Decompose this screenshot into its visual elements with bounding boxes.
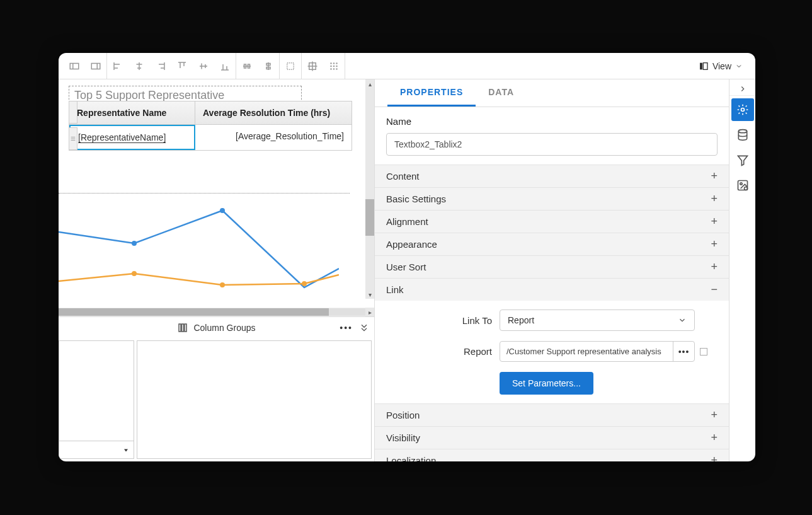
- svg-rect-53: [185, 324, 186, 332]
- chevron-down-icon: [678, 316, 687, 325]
- header-row-handle[interactable]: [69, 101, 77, 124]
- data-rail-button[interactable]: [731, 124, 754, 146]
- scroll-right-arrow[interactable]: ▸: [365, 308, 374, 316]
- more-icon[interactable]: •••: [340, 323, 353, 333]
- merge-cells-button[interactable]: [64, 55, 85, 77]
- section-localization[interactable]: Localization+: [375, 449, 729, 461]
- split-cells-button[interactable]: [85, 55, 106, 77]
- section-content[interactable]: Content+: [375, 165, 729, 187]
- caret-down-icon: [122, 446, 130, 454]
- toolbar: View: [59, 53, 755, 79]
- plus-icon: +: [711, 170, 718, 183]
- col-header-avgtime[interactable]: Average Resolution Time (hrs): [195, 101, 352, 124]
- svg-rect-28: [287, 62, 294, 69]
- scroll-down-arrow[interactable]: ▾: [365, 290, 374, 299]
- report-designer-window: View Top 5 Support Representative Repres…: [59, 53, 755, 461]
- properties-panel: PROPERTIES DATA Name Content+ Basic Sett…: [375, 79, 729, 461]
- svg-rect-2: [91, 63, 100, 69]
- groups-panels: [59, 338, 374, 461]
- view-dropdown[interactable]: View: [691, 53, 750, 79]
- distribute-h-button[interactable]: [236, 55, 258, 77]
- scroll-up-arrow[interactable]: ▴: [365, 79, 374, 88]
- svg-rect-43: [71, 137, 76, 137]
- linkto-select[interactable]: Report: [500, 310, 695, 331]
- vscroll-thumb[interactable]: [365, 199, 374, 236]
- align-right-button[interactable]: [150, 55, 171, 77]
- name-input[interactable]: [386, 133, 718, 156]
- chevron-down-icon: [735, 62, 743, 70]
- minus-icon: −: [711, 283, 718, 296]
- svg-rect-0: [70, 63, 79, 69]
- svg-point-48: [132, 271, 137, 276]
- group-dropdown[interactable]: [59, 441, 134, 458]
- align-middle-button[interactable]: [193, 55, 214, 77]
- svg-point-56: [738, 130, 746, 133]
- line-chart[interactable]: [59, 205, 339, 300]
- columns-icon: [177, 322, 188, 333]
- svg-point-49: [220, 282, 225, 287]
- section-position[interactable]: Position+: [375, 403, 729, 426]
- snap-grid-button[interactable]: [323, 55, 345, 77]
- svg-rect-45: [71, 140, 76, 141]
- align-center-button[interactable]: [129, 55, 150, 77]
- svg-rect-44: [71, 139, 76, 139]
- report-checkbox[interactable]: [700, 348, 707, 356]
- image-settings-icon: [736, 179, 749, 192]
- section-visibility[interactable]: Visibility+: [375, 426, 729, 449]
- design-surface: Top 5 Support Representative Representat…: [59, 79, 375, 461]
- plus-icon: +: [711, 431, 718, 444]
- svg-point-59: [740, 183, 741, 185]
- plus-icon: +: [711, 408, 718, 422]
- report-label: Report: [386, 346, 492, 357]
- svg-point-60: [744, 187, 747, 190]
- svg-point-50: [302, 281, 307, 286]
- size-to-grid-button[interactable]: [280, 55, 301, 77]
- section-alignment[interactable]: Alignment+: [375, 210, 729, 233]
- view-label: View: [712, 61, 731, 71]
- plus-icon: +: [711, 260, 718, 274]
- svg-rect-51: [179, 324, 181, 332]
- tablix[interactable]: Representative Name Average Resolution T…: [69, 101, 352, 151]
- svg-point-38: [331, 68, 332, 69]
- collapse-panel-button[interactable]: [729, 82, 755, 96]
- same-size-button[interactable]: [302, 55, 323, 77]
- svg-rect-41: [700, 62, 702, 69]
- database-icon: [736, 129, 749, 141]
- image-rail-button[interactable]: [731, 174, 754, 197]
- section-user-sort[interactable]: User Sort+: [375, 255, 729, 278]
- data-row-handle[interactable]: [69, 127, 77, 150]
- svg-point-47: [220, 208, 225, 213]
- side-rail: [729, 79, 755, 461]
- section-link[interactable]: Link−: [375, 278, 729, 301]
- align-left-button[interactable]: [107, 55, 129, 77]
- linkto-label: Link To: [386, 315, 492, 326]
- section-appearance[interactable]: Appearance+: [375, 233, 729, 255]
- tab-data[interactable]: DATA: [476, 79, 527, 107]
- section-basic-settings[interactable]: Basic Settings+: [375, 187, 729, 210]
- set-parameters-button[interactable]: Set Parameters...: [500, 372, 593, 395]
- svg-point-35: [331, 66, 332, 67]
- distribute-v-button[interactable]: [258, 55, 279, 77]
- plus-icon: +: [711, 215, 718, 228]
- chevron-right-icon: [738, 84, 747, 93]
- horizontal-scrollbar[interactable]: ▸: [59, 308, 374, 316]
- column-groups-panel[interactable]: [137, 340, 372, 459]
- report-path-input[interactable]: /Customer Support representative analysi…: [500, 341, 695, 362]
- align-top-button[interactable]: [171, 55, 193, 77]
- vertical-scrollbar[interactable]: ▴ ▾: [365, 79, 374, 299]
- filter-rail-button[interactable]: [731, 149, 754, 171]
- svg-marker-54: [124, 449, 128, 451]
- align-bottom-button[interactable]: [214, 55, 236, 77]
- report-canvas[interactable]: Top 5 Support Representative Representat…: [59, 79, 374, 308]
- tab-properties[interactable]: PROPERTIES: [387, 79, 476, 107]
- svg-point-33: [333, 62, 335, 64]
- hscroll-thumb[interactable]: [59, 308, 329, 316]
- browse-button[interactable]: •••: [673, 342, 694, 361]
- cell-avgtime[interactable]: [Average_Resolution_Time]: [195, 125, 352, 150]
- svg-point-55: [741, 108, 744, 112]
- cell-repname[interactable]: [RepresentativeName]: [69, 125, 195, 150]
- collapse-down-icon[interactable]: [359, 323, 369, 333]
- properties-rail-button[interactable]: [731, 98, 754, 121]
- row-groups-panel[interactable]: [59, 340, 134, 459]
- col-header-repname[interactable]: Representative Name: [69, 101, 195, 124]
